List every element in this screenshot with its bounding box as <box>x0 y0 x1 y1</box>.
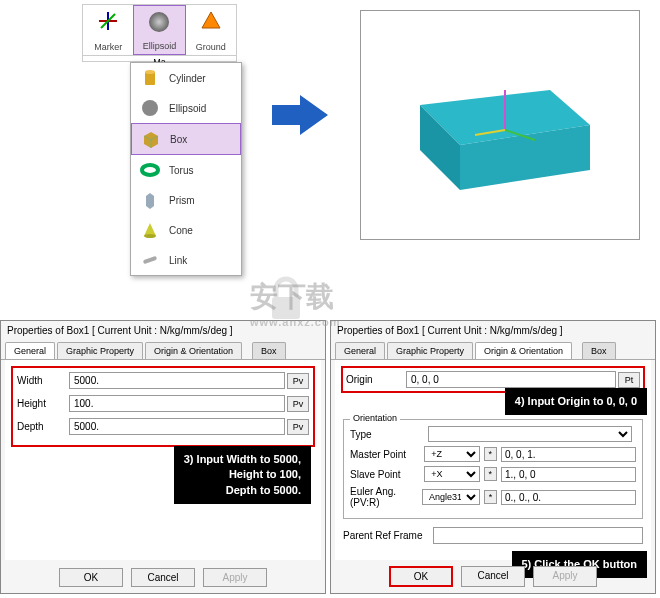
dropdown-ellipsoid[interactable]: Ellipsoid <box>131 93 241 123</box>
width-input[interactable] <box>69 372 285 389</box>
svg-point-6 <box>142 100 158 116</box>
tab-graphic-property[interactable]: Graphic Property <box>387 342 473 359</box>
tab-origin-orientation[interactable]: Origin & Orientation <box>145 342 242 359</box>
3d-viewport <box>360 10 640 240</box>
ok-button[interactable]: OK <box>389 566 453 587</box>
ellipsoid-icon <box>139 97 161 119</box>
depth-input[interactable] <box>69 418 285 435</box>
dropdown-link[interactable]: Link <box>131 245 241 275</box>
parent-ref-input[interactable] <box>433 527 643 544</box>
master-point-label: Master Point <box>350 449 424 460</box>
orientation-legend: Orientation <box>350 413 400 423</box>
box-icon <box>140 128 162 150</box>
cone-icon <box>139 219 161 241</box>
dialog-tabs: General Graphic Property Origin & Orient… <box>331 340 655 360</box>
orientation-fieldset: Orientation Type Master Point +Z * Slave… <box>343 419 643 519</box>
master-axis-select[interactable]: +Z <box>424 446 479 462</box>
svg-point-5 <box>145 70 155 74</box>
master-star-button[interactable]: * <box>484 447 497 461</box>
ribbon-ellipsoid[interactable]: Ellipsoid <box>133 5 185 55</box>
ground-icon <box>197 7 225 35</box>
ok-button[interactable]: OK <box>59 568 123 587</box>
properties-dialog-left: Properties of Box1 [ Current Unit : N/kg… <box>0 320 326 594</box>
type-select[interactable] <box>428 426 632 442</box>
origin-label: Origin <box>346 374 406 385</box>
height-pv-button[interactable]: Pv <box>287 396 309 412</box>
cancel-button[interactable]: Cancel <box>131 568 195 587</box>
slave-point-label: Slave Point <box>350 469 424 480</box>
cylinder-icon <box>139 67 161 89</box>
slave-axis-select[interactable]: +X <box>424 466 479 482</box>
tab-origin-orientation[interactable]: Origin & Orientation <box>475 342 572 359</box>
tab-box[interactable]: Box <box>582 342 616 359</box>
dialog-tabs: General Graphic Property Origin & Orient… <box>1 340 325 360</box>
height-input[interactable] <box>69 395 285 412</box>
callout-step4: 4) Input Origin to 0, 0, 0 <box>505 388 647 415</box>
euler-angle-select[interactable]: Angle313 <box>422 489 480 505</box>
dropdown-cylinder[interactable]: Cylinder <box>131 63 241 93</box>
properties-dialog-right: Properties of Box1 [ Current Unit : N/kg… <box>330 320 656 594</box>
type-label: Type <box>350 429 428 440</box>
euler-angle-input[interactable] <box>501 490 636 505</box>
apply-button[interactable]: Apply <box>203 568 267 587</box>
ellipsoid-icon <box>145 8 173 36</box>
svg-rect-9 <box>143 256 158 265</box>
tab-general[interactable]: General <box>335 342 385 359</box>
slave-point-input[interactable] <box>501 467 636 482</box>
cancel-button[interactable]: Cancel <box>461 566 525 587</box>
ribbon-ground[interactable]: Ground <box>186 5 236 55</box>
width-label: Width <box>17 375 69 386</box>
tab-general[interactable]: General <box>5 342 55 359</box>
callout-step3: 3) Input Width to 5000,Height to 100,Dep… <box>174 446 311 504</box>
parent-ref-label: Parent Ref Frame <box>343 530 433 541</box>
ribbon-toolbar: Marker Ellipsoid Ground Ma <box>82 4 237 62</box>
depth-label: Depth <box>17 421 69 432</box>
torus-icon <box>139 159 161 181</box>
slave-star-button[interactable]: * <box>484 467 497 481</box>
dropdown-cone[interactable]: Cone <box>131 215 241 245</box>
highlighted-inputs-group: Width Pv Height Pv Depth Pv <box>11 366 315 447</box>
width-pv-button[interactable]: Pv <box>287 373 309 389</box>
depth-pv-button[interactable]: Pv <box>287 419 309 435</box>
height-label: Height <box>17 398 69 409</box>
link-icon <box>139 249 161 271</box>
svg-point-8 <box>144 234 156 238</box>
tab-graphic-property[interactable]: Graphic Property <box>57 342 143 359</box>
master-point-input[interactable] <box>501 447 636 462</box>
euler-angle-label: Euler Ang.(PV:R) <box>350 486 422 508</box>
euler-star-button[interactable]: * <box>484 490 497 504</box>
dropdown-box[interactable]: Box <box>131 123 241 155</box>
svg-point-3 <box>149 12 169 32</box>
apply-button[interactable]: Apply <box>533 566 597 587</box>
svg-point-7 <box>142 165 158 175</box>
prism-icon <box>139 189 161 211</box>
svg-rect-13 <box>272 297 300 319</box>
origin-pt-button[interactable]: Pt <box>618 372 640 388</box>
dialog-title: Properties of Box1 [ Current Unit : N/kg… <box>331 321 655 340</box>
marker-icon <box>94 7 122 35</box>
dropdown-torus[interactable]: Torus <box>131 155 241 185</box>
watermark-lock-icon <box>262 275 310 327</box>
tab-box[interactable]: Box <box>252 342 286 359</box>
arrow-icon <box>270 90 330 140</box>
origin-input[interactable] <box>406 371 616 388</box>
dropdown-prism[interactable]: Prism <box>131 185 241 215</box>
shape-dropdown-menu: Cylinder Ellipsoid Box Torus Prism Cone … <box>130 62 242 276</box>
ribbon-marker[interactable]: Marker <box>83 5 133 55</box>
